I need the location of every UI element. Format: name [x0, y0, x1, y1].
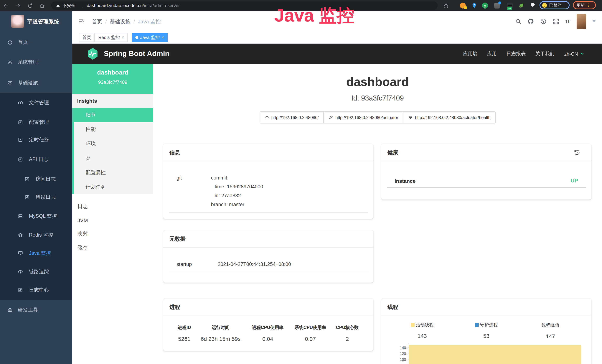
menu-item-classes[interactable]: 类 [72, 151, 153, 165]
extension-leaf-icon[interactable] [518, 3, 524, 9]
update-button[interactable]: 更新 [573, 1, 596, 9]
breadcrumb-home[interactable]: 首页 [92, 19, 102, 24]
sidebar-item-system[interactable]: 系统管理 [0, 55, 72, 70]
sidebar-item-devtools[interactable]: 研发工具 [0, 303, 72, 317]
user-avatar[interactable] [576, 13, 586, 29]
menu-item-environment[interactable]: 环境 [72, 137, 153, 151]
tab-java-monitor[interactable]: Java 监控× [132, 33, 167, 42]
chevron-down-icon [7, 60, 11, 64]
extension-badge [464, 6, 467, 9]
history-icon[interactable] [574, 149, 580, 156]
chart-tick [407, 354, 409, 354]
eye-icon [18, 269, 23, 274]
sba-nav-journal[interactable]: 日志报表 [506, 50, 526, 57]
row-divider [387, 187, 586, 188]
sidebar-item-cron[interactable]: 定时任务 [0, 132, 72, 147]
browser-reload-icon[interactable] [27, 3, 33, 8]
app-header: 首页/基础设施/Java 监控 tT [72, 11, 602, 32]
browser-forward-icon[interactable] [15, 3, 21, 8]
sba-locale-select[interactable]: zh-CN [564, 51, 584, 57]
sidebar-item-infrastructure[interactable]: 基础设施 [0, 76, 72, 90]
service-url-button[interactable]: http://192.168.0.2:48080/ [259, 111, 324, 124]
tab-home[interactable]: 首页 [79, 33, 95, 42]
menu-item-details[interactable]: 细节 [72, 108, 153, 122]
sba-nav-applications[interactable]: 应用 [487, 50, 497, 57]
close-icon[interactable]: × [122, 35, 124, 40]
process-table: 进程ID 运行时间 进程CPU使用率 系统CPU使用率 CPU核心数 5261 … [172, 324, 365, 342]
screen: 不安全 dashboard.yudao.iocoder.cn/infra/adm… [0, 0, 602, 364]
bookmark-star-icon[interactable] [443, 3, 449, 9]
extension-grid-icon[interactable] [494, 3, 500, 9]
menu-item-scheduled-tasks[interactable]: 计划任务 [72, 180, 153, 194]
menu-item-mappings[interactable]: 映射 [72, 227, 153, 241]
sidebar-item-config[interactable]: 配置管理 [0, 115, 72, 130]
extension-y-letter: y [482, 3, 488, 9]
github-icon[interactable] [528, 18, 534, 24]
font-size-icon[interactable]: tT [566, 19, 570, 24]
help-icon[interactable] [540, 18, 547, 24]
heart-icon [408, 115, 413, 120]
sidebar-item-api-log[interactable]: API 日志 [0, 152, 72, 167]
url-host: dashboard.yudao.iocoder.cn [87, 3, 143, 8]
menu-item-jvm[interactable]: JVM [72, 213, 153, 227]
threads-stats: 活动线程 143 守护进程 53 线程峰值 147 [390, 321, 582, 339]
chevron-down-icon [7, 308, 11, 312]
pulse-icon [88, 50, 97, 57]
info-card-title: 信息 [163, 144, 373, 161]
security-label[interactable]: 不安全 [63, 3, 75, 9]
value-live-threads: 143 [390, 333, 454, 339]
breadcrumb-infrastructure[interactable]: 基础设施 [110, 19, 130, 24]
browser-back-icon[interactable] [3, 3, 9, 8]
sba-instance-header[interactable]: dashboard 93a3fc7f7409 [72, 64, 153, 94]
sba-logo-icon[interactable] [87, 48, 98, 60]
menu-item-config-props[interactable]: 配置属性 [72, 165, 153, 180]
extension-pin-icon[interactable] [471, 3, 477, 9]
chart-tick [407, 360, 409, 360]
sidebar: 芋道管理系统 首页 系统管理 基础设施 文件管理 配置管理 定时任务 API 日… [0, 11, 72, 364]
breadcrumb: 首页/基础设施/Java 监控 [92, 19, 161, 25]
health-url-button[interactable]: http://192.168.0.2:48080/actuator/health [403, 111, 496, 124]
sidebar-item-java-monitor[interactable]: Java 监控 [0, 246, 72, 261]
avatar-caret-down-icon[interactable] [592, 20, 595, 22]
health-instance-label[interactable]: Instance [395, 178, 416, 184]
close-icon[interactable]: × [161, 35, 164, 40]
col-header-cpus: CPU核心数 [330, 324, 365, 331]
extension-y-icon[interactable]: y [482, 3, 488, 9]
address-bar[interactable]: 不安全 dashboard.yudao.iocoder.cn/infra/adm… [51, 1, 438, 10]
metadata-card-title: 元数据 [163, 230, 373, 248]
extension-tampermonkey-icon[interactable]: on [507, 3, 513, 9]
security-warning-icon[interactable] [56, 3, 60, 8]
paused-badge[interactable]: 已暂停 [539, 1, 570, 9]
menu-item-metrics[interactable]: 性能 [72, 122, 153, 137]
actuator-url-button[interactable]: http://192.168.0.2:48080/actuator [323, 111, 403, 124]
sidebar-item-access-log[interactable]: 访问日志 [0, 172, 72, 187]
edit-icon [24, 177, 30, 182]
browser-menu-kebab-icon[interactable] [586, 3, 591, 7]
fullscreen-icon[interactable] [553, 18, 559, 24]
value-uptime: 6d 23h 15m 59s [196, 336, 245, 342]
sidebar-item-tracing[interactable]: 链路追踪 [0, 264, 72, 279]
sba-nav-wallboard[interactable]: 应用墙 [463, 50, 477, 57]
divider [83, 3, 83, 8]
sidebar-item-redis-monitor[interactable]: Redis 监控 [0, 228, 72, 243]
sidebar-item-files[interactable]: 文件管理 [0, 95, 72, 110]
menu-item-logs[interactable]: 日志 [72, 200, 153, 213]
server-icon [18, 214, 23, 219]
browser-home-icon[interactable] [39, 3, 45, 8]
sidebar-item-log-center[interactable]: 日志中心 [0, 283, 72, 298]
extensions-puzzle-icon[interactable] [530, 3, 536, 9]
sba-nav-about[interactable]: 关于我们 [535, 50, 555, 57]
menu-item-caches[interactable]: 缓存 [72, 241, 153, 254]
value-peak-threads: 147 [518, 333, 582, 339]
tab-redis-monitor[interactable]: Redis 监控× [95, 33, 128, 42]
clock-icon [18, 137, 23, 142]
extension-colorzilla-icon[interactable] [460, 3, 466, 9]
sba-brand[interactable]: Spring Boot Admin [104, 49, 170, 58]
hamburger-icon[interactable] [78, 18, 84, 24]
search-icon[interactable] [515, 18, 521, 24]
sidebar-item-mysql-monitor[interactable]: MySQL 监控 [0, 209, 72, 224]
page-title: dashboard [153, 75, 602, 89]
health-card-title: 健康 [381, 144, 591, 161]
sidebar-item-error-log[interactable]: 错误日志 [0, 190, 72, 205]
sidebar-item-home[interactable]: 首页 [0, 35, 72, 50]
